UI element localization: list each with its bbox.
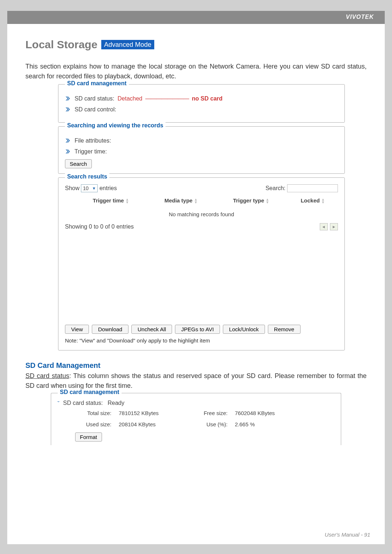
brand-label: VIVOTEK bbox=[346, 14, 374, 20]
showing-text: Showing 0 to 0 of 0 entries bbox=[65, 223, 134, 230]
sort-icon: ▲▼ bbox=[194, 198, 197, 204]
file-attributes-row: ⨠ File attributes: bbox=[65, 138, 338, 144]
sd-status-label: SD card status: bbox=[74, 95, 114, 102]
search-results-panel: Search results Show 10 ▼ entries Search: bbox=[58, 177, 345, 350]
content-area: Local Storage Advanced Mode This section… bbox=[7, 24, 385, 350]
entries-value: 10 bbox=[83, 185, 89, 191]
view-button[interactable]: View bbox=[65, 325, 89, 334]
sd-control-row: ⨠ SD card control: bbox=[65, 106, 338, 113]
no-match-message: No matching records found bbox=[65, 206, 338, 221]
sort-icon: ▲▼ bbox=[321, 198, 325, 204]
chevron-down-icon: ▼ bbox=[92, 186, 96, 190]
col-trigger-type[interactable]: Trigger type▲▼ bbox=[215, 195, 287, 206]
col-locked[interactable]: Locked▲▼ bbox=[287, 195, 338, 206]
panel-legend: Search results bbox=[65, 173, 109, 180]
advanced-mode-badge: Advanced Mode bbox=[101, 40, 154, 49]
status-grid: Total size: 7810152 KBytes Free size: 76… bbox=[68, 410, 334, 442]
sd-status-row-ready: ˇ SD card status: Ready bbox=[58, 400, 334, 406]
lock-unlock-button[interactable]: Lock/Unlock bbox=[223, 325, 265, 334]
col-trigger-time[interactable]: Trigger time▲▼ bbox=[74, 195, 147, 206]
title-row: Local Storage Advanced Mode bbox=[25, 38, 367, 51]
bullet-icon: ⨠ bbox=[65, 148, 71, 155]
sd-status-underline: SD card status bbox=[25, 372, 69, 379]
search-button[interactable]: Search bbox=[65, 159, 92, 168]
sd-card-management-panel-ready: SD card management ˇ SD card status: Rea… bbox=[51, 393, 341, 445]
page-title: Local Storage bbox=[25, 38, 97, 50]
search-input[interactable] bbox=[287, 184, 338, 192]
sd-status-label: SD card status: bbox=[63, 400, 103, 406]
prev-page-button[interactable]: ◄ bbox=[320, 223, 328, 230]
sd-status-value: Ready bbox=[108, 400, 124, 406]
show-label: Show bbox=[65, 185, 79, 191]
show-entries-group: Show 10 ▼ entries bbox=[65, 184, 117, 192]
panel-legend: Searching and viewing the records bbox=[65, 122, 166, 129]
searching-records-panel: Searching and viewing the records ⨠ File… bbox=[58, 126, 345, 174]
page-footer: User's Manual - 91 bbox=[325, 532, 370, 538]
panel-legend: SD card management bbox=[58, 389, 122, 395]
sort-icon: ▲▼ bbox=[125, 198, 129, 204]
entries-select[interactable]: 10 ▼ bbox=[81, 184, 98, 192]
total-size-value: 7810152 KBytes bbox=[119, 410, 188, 416]
uncheck-all-button[interactable]: Uncheck All bbox=[131, 325, 172, 334]
file-attributes-label: File attributes: bbox=[74, 138, 111, 144]
entries-label: entries bbox=[99, 185, 117, 191]
total-size-label: Total size: bbox=[68, 410, 119, 416]
used-size-value: 208104 KBytes bbox=[119, 421, 188, 427]
sd-card-management-text: SD card status: This column shows the st… bbox=[7, 371, 385, 391]
no-sd-card-label: no SD card bbox=[192, 95, 222, 102]
use-percent-value: 2.665 % bbox=[235, 421, 297, 427]
chevron-down-icon: ˇ bbox=[57, 401, 60, 406]
pager: ◄ ► bbox=[319, 223, 338, 230]
action-button-row: View Download Uncheck All JPEGs to AVI L… bbox=[65, 325, 338, 334]
trigger-time-row: ⨠ Trigger time: bbox=[65, 148, 338, 155]
col-media-type[interactable]: Media type▲▼ bbox=[147, 195, 215, 206]
table-header-row: Trigger time▲▼ Media type▲▼ Trigger type… bbox=[65, 195, 338, 206]
action-note: Note: "View" and "Download" only apply t… bbox=[65, 337, 338, 344]
free-size-value: 7602048 KBytes bbox=[235, 410, 297, 416]
search-filter-label: Search: bbox=[265, 185, 285, 191]
format-button[interactable]: Format bbox=[75, 432, 102, 442]
download-button[interactable]: Download bbox=[92, 325, 128, 334]
results-footer: Showing 0 to 0 of 0 entries ◄ ► bbox=[65, 223, 338, 230]
intro-paragraph: This section explains how to manage the … bbox=[25, 62, 367, 81]
trigger-time-label: Trigger time: bbox=[74, 148, 107, 155]
results-table: Trigger time▲▼ Media type▲▼ Trigger type… bbox=[65, 195, 338, 221]
sd-control-label: SD card control: bbox=[74, 106, 116, 112]
results-toolbar: Show 10 ▼ entries Search: bbox=[65, 184, 338, 192]
free-size-label: Free size: bbox=[188, 410, 235, 416]
bullet-icon: ⨠ bbox=[65, 138, 71, 144]
status-line: ———————— bbox=[144, 95, 189, 102]
sd-card-management-heading: SD Card Management bbox=[25, 361, 385, 370]
use-percent-label: Use (%): bbox=[188, 421, 235, 427]
bullet-icon: ⨠ bbox=[65, 95, 71, 102]
remove-button[interactable]: Remove bbox=[268, 325, 301, 334]
next-page-button[interactable]: ► bbox=[330, 223, 338, 230]
header-band: VIVOTEK bbox=[7, 11, 385, 24]
panel-legend: SD card management bbox=[65, 80, 129, 87]
sd-status-row: ⨠ SD card status: Detached ———————— no S… bbox=[65, 95, 338, 102]
used-size-label: Used size: bbox=[68, 421, 119, 427]
sort-icon: ▲▼ bbox=[266, 198, 269, 204]
sd-status-value: Detached bbox=[116, 95, 142, 102]
search-filter-group: Search: bbox=[265, 184, 338, 192]
document-page: VIVOTEK Local Storage Advanced Mode This… bbox=[7, 11, 385, 544]
sd-card-management-panel-detached: SD card management ⨠ SD card status: Det… bbox=[58, 84, 345, 123]
jpegs-to-avi-button[interactable]: JPEGs to AVI bbox=[175, 325, 220, 334]
bullet-icon: ⨠ bbox=[65, 106, 71, 112]
